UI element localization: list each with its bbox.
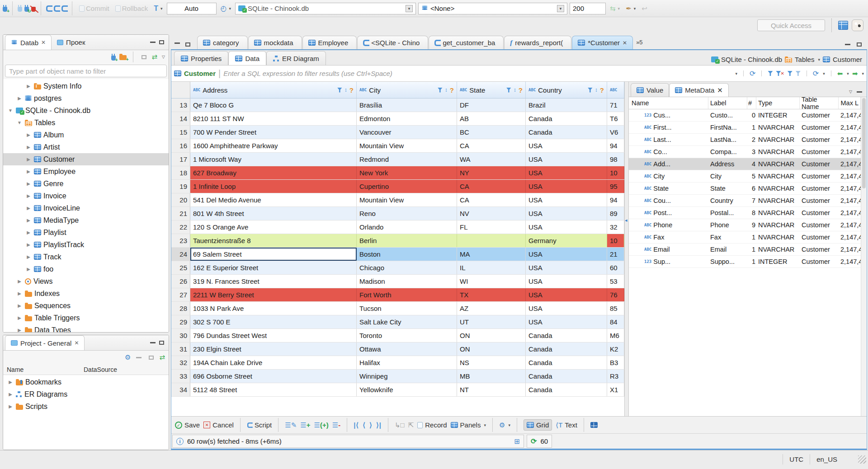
cell-address[interactable]: 194A Chain Lake Drive <box>190 356 357 369</box>
metadata-row[interactable]: ABC State State 6 NVARCHAR Customer 2,14… <box>629 183 861 195</box>
column-header-max-length[interactable]: Max L <box>839 97 861 109</box>
tree-item[interactable]: ▶ Playlist <box>3 226 169 239</box>
back-button[interactable]: ↩ <box>640 4 649 14</box>
cell-state[interactable]: WI <box>457 275 526 288</box>
metadata-row[interactable]: ABC Post... Postal... 8 NVARCHAR Custome… <box>629 207 861 219</box>
link-editor-icon[interactable]: ⇄ <box>159 353 165 361</box>
collapse-icon[interactable] <box>136 357 142 358</box>
cell-postalcode[interactable]: 76 <box>607 288 624 301</box>
cell-postalcode[interactable]: 10 <box>607 234 624 247</box>
settings-button[interactable]: ⚙ ▾ <box>499 421 510 429</box>
tree-item[interactable]: ▶ Bookmarks <box>3 376 169 388</box>
row-number[interactable]: 29 <box>171 315 190 328</box>
cell-country[interactable]: USA <box>526 288 607 301</box>
row-number[interactable]: 25 <box>171 261 190 274</box>
quick-access-button[interactable]: Quick Access <box>757 19 825 31</box>
cell-city[interactable]: Boston <box>357 248 457 261</box>
row-number[interactable]: 22 <box>171 220 190 234</box>
view-menu-icon[interactable]: ▽ <box>162 55 165 59</box>
metadata-row[interactable]: 123 Cus... Custo... 0 INTEGER Customer 2… <box>629 109 861 122</box>
cell-postalcode[interactable]: 95 <box>607 180 624 193</box>
breadcrumb-tables[interactable]: Tables <box>795 56 814 63</box>
panel-splitter[interactable] <box>625 82 629 416</box>
cell-city[interactable]: Madison <box>357 275 457 288</box>
expander-icon[interactable]: ▶ <box>25 169 32 174</box>
edit-cell-icon[interactable]: ☰✎ <box>285 421 297 429</box>
cell-postalcode[interactable]: T6 <box>607 112 624 125</box>
tab-database-navigator[interactable]: Datab ✕ <box>5 35 52 50</box>
cell-country[interactable]: USA <box>526 207 607 220</box>
add-row-icon[interactable]: ☰+ <box>300 421 310 429</box>
maximize-icon[interactable] <box>159 341 164 345</box>
cell-country[interactable]: USA <box>526 193 607 206</box>
expander-icon[interactable]: ▶ <box>25 230 32 235</box>
cell-state[interactable]: NT <box>457 383 526 396</box>
minimize-icon[interactable] <box>845 44 850 45</box>
maximize-icon[interactable] <box>159 40 164 44</box>
editor-tab[interactable]: mockdata <box>248 36 302 49</box>
cell-country[interactable]: USA <box>526 220 607 234</box>
row-number[interactable]: 15 <box>171 126 190 139</box>
breadcrumb-db[interactable]: SQLite - Chinook.db <box>721 56 782 63</box>
tree-item[interactable]: ▶ Genre <box>3 178 169 190</box>
column-header-address[interactable]: ABC Address ↕ ? <box>190 82 357 98</box>
cell-country[interactable]: Canada <box>526 383 607 396</box>
dbeaver-perspective-icon[interactable] <box>852 19 863 31</box>
metadata-row[interactable]: ABC First... FirstNa... 1 NVARCHAR Custo… <box>629 122 861 134</box>
cell-state[interactable]: NS <box>457 356 526 369</box>
cell-city[interactable]: Orlando <box>357 220 457 234</box>
filter-table-name[interactable]: Customer <box>184 70 216 77</box>
editor-tab[interactable]: category <box>197 36 248 49</box>
cell-state[interactable]: IL <box>457 261 526 274</box>
scrollbar[interactable] <box>861 97 867 416</box>
cell-city[interactable]: Mountain View <box>357 139 457 152</box>
text-view-button[interactable]: ⟨T Text <box>556 421 577 429</box>
minimize-icon[interactable] <box>857 91 862 93</box>
filter-icon[interactable] <box>588 88 593 93</box>
expander-icon[interactable]: ▶ <box>7 404 14 409</box>
close-icon[interactable]: ✕ <box>74 340 79 346</box>
close-icon[interactable]: ✕ <box>623 40 627 46</box>
cell-city[interactable]: Tucson <box>357 302 457 315</box>
restore-view-icon[interactable] <box>185 42 190 47</box>
cell-address[interactable]: Tauentzienstraße 8 <box>190 234 357 247</box>
tree-item[interactable]: ▶ InvoiceLine <box>3 202 169 214</box>
cell-city[interactable]: Chicago <box>357 261 457 274</box>
cell-city[interactable]: Ottawa <box>357 342 457 356</box>
collapse-all-icon[interactable] <box>142 55 146 59</box>
cell-address[interactable]: 319 N. Frances Street <box>190 275 357 288</box>
metadata-row[interactable]: 123 Sup... Suppo... 1 INTEGER Customer 2… <box>629 256 861 268</box>
metadata-row[interactable]: ABC Email Email 1 NVARCHAR Customer 2,14… <box>629 244 861 256</box>
filter-icon[interactable] <box>506 88 511 93</box>
fetch-prev-icon[interactable]: ⬅ <box>837 70 843 78</box>
cell-address[interactable]: 1 Infinite Loop <box>190 180 357 193</box>
connect-icon[interactable] <box>18 7 22 12</box>
cell-address[interactable]: 120 S Orange Ave <box>190 220 357 234</box>
expander-icon[interactable]: ▶ <box>25 254 32 259</box>
editor-tab[interactable]: f rewards_report( <box>504 36 571 49</box>
cell-address[interactable]: 5112 48 Street <box>190 383 357 396</box>
cell-country[interactable]: USA <box>526 139 607 152</box>
cell-state[interactable]: CA <box>457 193 526 206</box>
tree-item[interactable]: ▶ Artist <box>3 141 169 153</box>
navigate-value-icon[interactable]: ↳□ <box>395 421 405 429</box>
column-header-city[interactable]: ABC City ↕ ? <box>357 82 457 98</box>
tree-item[interactable]: ▶ System Info <box>3 80 169 92</box>
expander-icon[interactable]: ▶ <box>16 291 23 296</box>
column-header-country[interactable]: ABC Country ↕ ? <box>526 82 607 98</box>
fetch-next-icon[interactable]: ➡ <box>852 70 858 78</box>
row-number[interactable]: 18 <box>171 166 190 179</box>
cell-country[interactable]: USA <box>526 166 607 179</box>
cell-country[interactable]: USA <box>526 153 607 166</box>
cell-address[interactable]: 230 Elgin Street <box>190 342 357 356</box>
cell-postalcode[interactable]: 98 <box>607 153 624 166</box>
row-number[interactable]: 16 <box>171 139 190 152</box>
disconnect-icon[interactable] <box>31 7 36 12</box>
column-header-number[interactable]: # <box>747 97 756 109</box>
new-connection-icon[interactable] <box>111 56 116 61</box>
schema-combo[interactable]: <None> ▼ <box>418 3 567 14</box>
close-icon[interactable]: ✕ <box>717 86 723 94</box>
cell-postalcode[interactable]: 94 <box>607 193 624 206</box>
cell-city[interactable]: Brasília <box>357 98 457 112</box>
metadata-row[interactable]: ABC Add... Address 4 NVARCHAR Customer 2… <box>629 158 861 170</box>
